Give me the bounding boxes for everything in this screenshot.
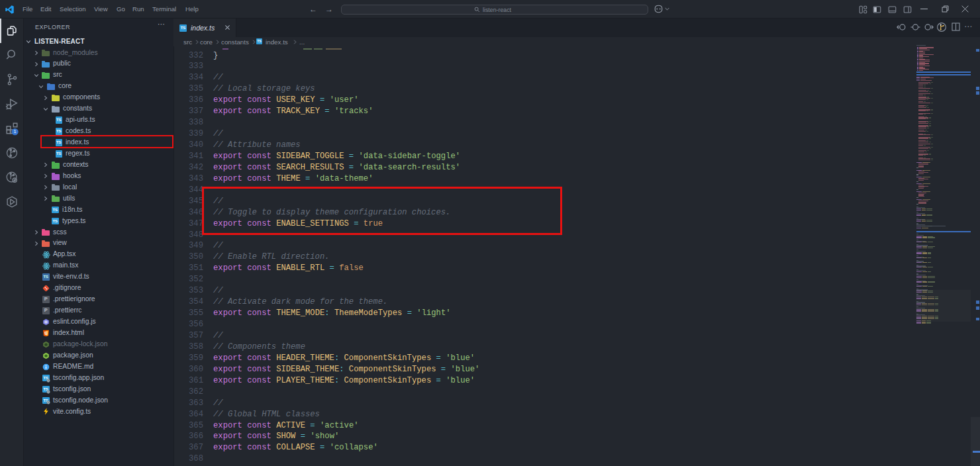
- svg-text:1: 1: [14, 128, 17, 134]
